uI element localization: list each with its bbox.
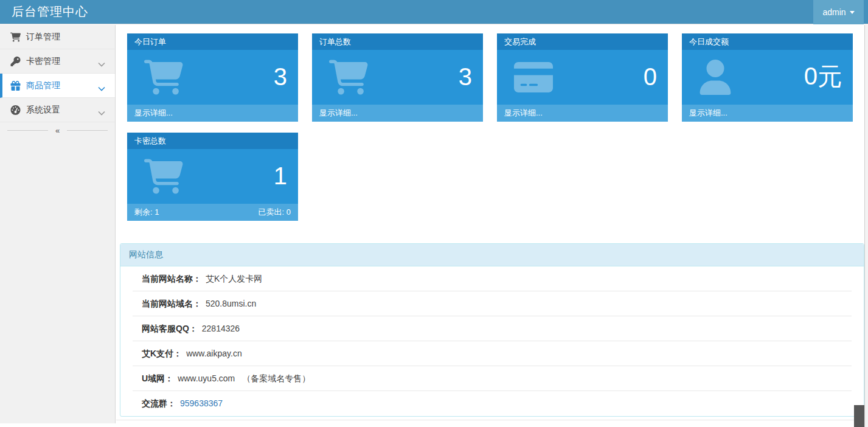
info-row-qq-group: 交流群：959638367	[133, 391, 852, 416]
stat-card-title: 卡密总数	[127, 133, 298, 149]
cart-icon	[144, 159, 183, 194]
site-info-panel: 网站信息 当前网站名称：艾K个人发卡网 当前网站域名：520.8umsi.cn …	[120, 243, 864, 417]
stat-value: 0	[644, 63, 657, 91]
info-label: 网站客服QQ：	[142, 324, 198, 333]
info-value: 520.8umsi.cn	[206, 299, 256, 308]
remaining-count: 剩余: 1	[134, 204, 159, 221]
sidebar-item-products[interactable]: 商品管理	[0, 74, 115, 98]
sidebar-item-label: 卡密管理	[26, 56, 60, 67]
info-label: 交流群：	[142, 398, 176, 408]
user-icon	[699, 60, 732, 95]
info-row-domain: 当前网站域名：520.8umsi.cn	[133, 291, 852, 316]
show-details-link[interactable]: 显示详细...	[127, 105, 298, 122]
sidebar-item-label: 商品管理	[26, 80, 60, 91]
info-value: www.uyu5.com	[178, 373, 235, 383]
cart-icon	[10, 32, 21, 42]
show-details-label: 显示详细...	[504, 105, 543, 122]
info-row-uyu: U域网：www.uyu5.com（备案域名专售）	[133, 366, 852, 391]
sidebar: 订单管理 卡密管理 商品管理 系统设置 «	[0, 25, 116, 423]
cart-icon	[144, 60, 183, 95]
sidebar-collapse-toggle[interactable]: «	[0, 122, 115, 139]
divider	[67, 130, 108, 131]
user-menu[interactable]: admin	[813, 0, 864, 24]
stat-card-body: 1	[127, 149, 298, 204]
info-label: 当前网站名称：	[142, 274, 201, 283]
info-row-aikpay: 艾K支付：www.aikpay.cn	[133, 341, 852, 366]
stat-card-body: 0	[497, 50, 668, 105]
sidebar-item-label: 系统设置	[26, 105, 60, 116]
stat-card-completed-trades: 交易完成 0 显示详细...	[497, 33, 668, 122]
info-value: 22814326	[202, 324, 240, 333]
qq-group-link[interactable]: 959638367	[180, 398, 223, 408]
stat-card-today-amount: 今日成交额 0元 显示详细...	[682, 33, 853, 122]
show-details-link[interactable]: 显示详细...	[682, 105, 853, 122]
panel-title: 网站信息	[120, 244, 864, 266]
topbar: 后台管理中心 admin	[0, 0, 868, 24]
scrollbar-track[interactable]	[864, 25, 868, 427]
app-title: 后台管理中心	[0, 4, 88, 20]
sidebar-item-label: 订单管理	[26, 32, 60, 43]
stat-value: 3	[459, 63, 472, 91]
stat-card-title: 今日订单	[127, 33, 298, 50]
stat-cards-row-2: 卡密总数 1 剩余: 1 已卖出: 0	[127, 133, 298, 221]
key-icon	[10, 57, 21, 66]
user-name: admin	[822, 7, 845, 17]
info-value: www.aikpay.cn	[186, 349, 242, 358]
stat-value: 0元	[804, 60, 842, 93]
credit-card-icon	[514, 60, 553, 95]
chevron-down-icon	[98, 83, 105, 88]
divider	[116, 420, 868, 420]
main-content: 今日订单 3 显示详细... 订单总数 3 显示详细...	[116, 25, 868, 427]
info-label: 当前网站域名：	[142, 299, 201, 308]
info-label: 艾K支付：	[142, 349, 182, 358]
sidebar-item-orders[interactable]: 订单管理	[0, 25, 115, 49]
sidebar-item-cardkeys[interactable]: 卡密管理	[0, 49, 115, 74]
stat-card-body: 0元	[682, 50, 853, 105]
cart-icon	[329, 60, 368, 95]
back-to-top-button[interactable]	[854, 405, 864, 427]
cardkeys-footer: 剩余: 1 已卖出: 0	[127, 204, 298, 221]
show-details-label: 显示详细...	[134, 105, 173, 122]
stat-cards-row-1: 今日订单 3 显示详细... 订单总数 3 显示详细...	[127, 33, 853, 122]
divider	[7, 130, 48, 131]
stat-card-body: 3	[127, 50, 298, 105]
stat-card-title: 订单总数	[312, 33, 483, 50]
sold-count: 已卖出: 0	[259, 204, 291, 221]
chevron-down-icon	[850, 11, 855, 14]
chevron-down-icon	[98, 108, 105, 113]
info-label: U域网：	[142, 373, 173, 383]
stat-card-total-orders: 订单总数 3 显示详细...	[312, 33, 483, 122]
sidebar-item-settings[interactable]: 系统设置	[0, 98, 115, 122]
collapse-icon: «	[55, 127, 60, 134]
info-value: 艾K个人发卡网	[206, 274, 262, 283]
stat-value: 3	[274, 63, 287, 91]
stat-card-body: 3	[312, 50, 483, 105]
stat-card-title: 交易完成	[497, 33, 668, 50]
stat-card-total-cardkeys: 卡密总数 1 剩余: 1 已卖出: 0	[127, 133, 298, 221]
info-note: （备案域名专售）	[242, 373, 310, 383]
gift-icon	[10, 81, 21, 91]
stat-value: 1	[274, 162, 287, 190]
show-details-label: 显示详细...	[319, 105, 358, 122]
stat-card-today-orders: 今日订单 3 显示详细...	[127, 33, 298, 122]
stat-card-title: 今日成交额	[682, 33, 853, 50]
info-row-service-qq: 网站客服QQ：22814326	[133, 316, 852, 341]
info-row-site-name: 当前网站名称：艾K个人发卡网	[133, 266, 852, 291]
show-details-label: 显示详细...	[689, 105, 727, 122]
show-details-link[interactable]: 显示详细...	[497, 105, 668, 122]
show-details-link[interactable]: 显示详细...	[312, 105, 483, 122]
chevron-down-icon	[98, 59, 105, 64]
gauge-icon	[10, 105, 21, 115]
panel-body: 当前网站名称：艾K个人发卡网 当前网站域名：520.8umsi.cn 网站客服Q…	[120, 266, 864, 416]
